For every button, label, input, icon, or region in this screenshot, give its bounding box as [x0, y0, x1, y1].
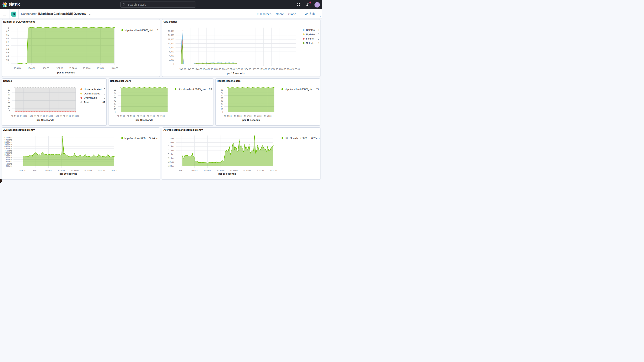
svg-text:50: 50	[114, 97, 116, 99]
svg-text:15:48:00: 15:48:00	[194, 68, 202, 70]
svg-text:15:46:00: 15:46:00	[224, 115, 232, 117]
svg-text:80: 80	[221, 89, 223, 91]
svg-text:0.35ms: 0.35ms	[168, 138, 174, 140]
svg-text:15:51:00: 15:51:00	[219, 68, 226, 70]
svg-text:16:00:00: 16:00:00	[72, 115, 80, 117]
svg-text:per 10 seconds: per 10 seconds	[218, 172, 236, 175]
svg-text:55.00ms: 55.00ms	[4, 141, 12, 143]
svg-text:0.7: 0.7	[6, 38, 9, 40]
svg-text:4,000: 4,000	[169, 55, 174, 57]
svg-text:60: 60	[221, 94, 223, 96]
svg-text:30: 30	[221, 103, 223, 105]
svg-text:15:46:00: 15:46:00	[178, 170, 185, 172]
svg-text:0: 0	[318, 28, 319, 32]
svg-text:15:48:00: 15:48:00	[28, 67, 35, 70]
svg-text:15:58:00: 15:58:00	[276, 68, 284, 70]
svg-text:15:46:00: 15:46:00	[14, 67, 22, 70]
svg-text:0.00ms: 0.00ms	[6, 165, 12, 167]
svg-text:15:49:00: 15:49:00	[127, 115, 135, 117]
svg-text:0: 0	[9, 110, 10, 112]
svg-text:http://localhost:808...: http://localhost:808...	[124, 137, 148, 140]
svg-text:0.00ms: 0.00ms	[168, 165, 174, 167]
svg-text:0: 0	[222, 111, 223, 113]
svg-text:12,000: 12,000	[168, 38, 174, 40]
svg-text:15:54:00: 15:54:00	[244, 68, 251, 70]
svg-text:0.20ms: 0.20ms	[168, 150, 174, 152]
svg-text:Inserts: Inserts	[306, 37, 314, 40]
svg-text:0.2: 0.2	[6, 55, 9, 58]
svg-text:30: 30	[114, 103, 116, 105]
svg-text:Updates: Updates	[306, 33, 316, 36]
svg-text:15:56:00: 15:56:00	[260, 68, 267, 70]
svg-text:70: 70	[114, 92, 116, 94]
svg-text:15:55:00: 15:55:00	[147, 115, 155, 117]
svg-text:15:54:00: 15:54:00	[71, 170, 78, 172]
svg-text:15:50:00: 15:50:00	[28, 115, 36, 117]
svg-text:16:00:00: 16:00:00	[269, 170, 277, 172]
svg-text:15:52:00: 15:52:00	[137, 115, 145, 117]
svg-text:15:58:00: 15:58:00	[157, 115, 165, 117]
svg-text:2,000: 2,000	[169, 59, 174, 61]
svg-text:0.8: 0.8	[6, 34, 9, 36]
svg-text:Selects: Selects	[306, 42, 314, 44]
svg-text:10: 10	[221, 108, 223, 110]
svg-text:15:59:00: 15:59:00	[284, 68, 292, 70]
svg-text:15:50:00: 15:50:00	[45, 170, 52, 172]
svg-text:15:46:00: 15:46:00	[18, 170, 26, 172]
svg-text:89: 89	[316, 88, 318, 90]
svg-text:0: 0	[8, 62, 9, 64]
svg-text:40: 40	[8, 100, 10, 102]
svg-text:0: 0	[318, 37, 319, 40]
svg-text:15:52:00: 15:52:00	[58, 170, 65, 172]
svg-text:15:46:00: 15:46:00	[117, 115, 125, 117]
svg-text:Unavailable: Unavailable	[84, 96, 97, 99]
svg-text:10,000: 10,000	[168, 42, 174, 44]
svg-text:0: 0	[115, 111, 116, 113]
svg-text:0.25ms: 0.25ms	[168, 145, 174, 148]
svg-text:1: 1	[8, 27, 9, 29]
svg-text:0.15ms: 0.15ms	[168, 153, 174, 155]
svg-text:89: 89	[209, 88, 212, 90]
svg-text:15:56:00: 15:56:00	[243, 170, 251, 172]
svg-text:per 10 seconds: per 10 seconds	[60, 172, 77, 175]
svg-text:15:58:00: 15:58:00	[256, 170, 264, 172]
svg-text:50.00ms: 50.00ms	[4, 143, 12, 145]
svg-text:35.00ms: 35.00ms	[4, 150, 12, 152]
svg-text:15.00ms: 15.00ms	[4, 158, 12, 160]
svg-text:30: 30	[8, 102, 10, 104]
svg-text:15:58:00: 15:58:00	[63, 115, 71, 117]
svg-text:0: 0	[318, 42, 319, 44]
svg-text:60: 60	[114, 94, 116, 96]
svg-text:15:56:00: 15:56:00	[83, 67, 90, 70]
svg-text:http://localhost:8080...: http://localhost:8080...	[285, 137, 310, 140]
svg-text:10.00ms: 10.00ms	[4, 160, 12, 163]
svg-text:50: 50	[221, 97, 223, 99]
svg-text:20.00ms: 20.00ms	[4, 156, 12, 158]
svg-text:15:55:00: 15:55:00	[252, 68, 259, 70]
svg-text:0: 0	[104, 96, 105, 99]
svg-text:15:50:00: 15:50:00	[42, 67, 49, 70]
svg-text:Deletes: Deletes	[306, 28, 315, 32]
svg-text:25.00ms: 25.00ms	[4, 154, 12, 156]
svg-text:0: 0	[173, 63, 174, 65]
svg-text:15:46:00: 15:46:00	[11, 115, 19, 117]
svg-text:per 10 seconds: per 10 seconds	[136, 119, 153, 122]
svg-text:40: 40	[221, 100, 223, 102]
svg-text:15:50:00: 15:50:00	[211, 68, 218, 70]
svg-text:60: 60	[8, 94, 10, 96]
svg-text:15:52:00: 15:52:00	[227, 68, 235, 70]
svg-text:14,000: 14,000	[168, 34, 174, 36]
svg-text:0.4: 0.4	[6, 48, 9, 50]
svg-text:1: 1	[157, 29, 158, 32]
svg-text:15:49:00: 15:49:00	[234, 115, 242, 117]
svg-text:10: 10	[114, 108, 116, 110]
svg-text:15:48:00: 15:48:00	[191, 170, 198, 172]
svg-text:8,000: 8,000	[169, 46, 174, 48]
svg-text:Underreplicated: Underreplicated	[84, 88, 102, 91]
svg-text:http://localhost:8080/_sta...: http://localhost:8080/_sta...	[178, 88, 208, 90]
svg-text:per 10 seconds: per 10 seconds	[242, 119, 260, 122]
svg-text:20: 20	[221, 106, 223, 108]
svg-text:15:48:00: 15:48:00	[32, 170, 39, 172]
svg-text:15:56:00: 15:56:00	[54, 115, 62, 117]
svg-text:0.1: 0.1	[6, 59, 9, 61]
